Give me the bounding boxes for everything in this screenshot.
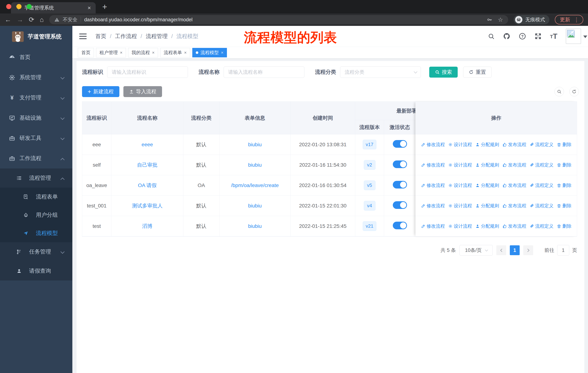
fullscreen-icon[interactable] [535, 33, 542, 40]
sidebar-item-2[interactable]: ¥支付管理 [0, 88, 72, 108]
cell-name-link[interactable]: OA 请假 [111, 175, 183, 196]
back-icon[interactable]: ← [5, 16, 11, 23]
update-button[interactable]: 更新 ⋮ [555, 15, 583, 24]
cell-form-link[interactable]: biubiu [220, 134, 291, 155]
sidebar-item-11[interactable]: 请假查询 [0, 261, 72, 281]
avatar[interactable] [566, 29, 581, 44]
tag-3[interactable]: 流程表单× [160, 48, 190, 57]
sidebar-item-8[interactable]: 用户分组 [0, 206, 72, 224]
cell-form-link[interactable]: /bpm/oa/leave/create [220, 175, 291, 196]
reset-button[interactable]: 重置 [463, 67, 492, 78]
cell-form-link[interactable]: biubiu [248, 223, 262, 229]
new-tab-button[interactable]: + [102, 2, 107, 11]
action-edit-link[interactable]: 修改流程 [421, 141, 445, 148]
forward-icon[interactable]: → [17, 16, 23, 23]
breadcrumb-workflow[interactable]: 工作流程 [115, 33, 137, 40]
action-definition-clip-link[interactable]: 流程定义 [530, 223, 554, 229]
action-delete-trash-link[interactable]: 删除 [557, 182, 572, 188]
create-process-button[interactable]: + 新建流程 [82, 86, 119, 97]
active-toggle-on[interactable] [393, 181, 407, 189]
action-publish-thumb-link[interactable]: 发布流程 [503, 162, 526, 168]
action-design-gear-link[interactable]: 设计流程 [448, 162, 472, 168]
action-assign-user-link[interactable]: 分配规则 [475, 182, 499, 188]
action-assign-user-link[interactable]: 分配规则 [475, 141, 499, 148]
header-search-icon[interactable] [488, 33, 495, 40]
action-definition-clip-link[interactable]: 流程定义 [530, 182, 554, 188]
cell-form-link[interactable]: biubiu [220, 155, 291, 175]
window-minimize-button[interactable] [16, 4, 21, 9]
action-edit-link[interactable]: 修改流程 [421, 162, 445, 168]
import-process-button[interactable]: 导入流程 [123, 86, 162, 97]
action-delete-trash-link[interactable]: 删除 [557, 141, 572, 148]
action-design-gear-link[interactable]: 设计流程 [448, 203, 472, 209]
hamburger-icon[interactable] [79, 33, 87, 39]
cell-form-link[interactable]: biubiu [220, 216, 291, 236]
sidebar-item-1[interactable]: 系统管理 [0, 67, 72, 88]
action-assign-user-link[interactable]: 分配规则 [475, 223, 499, 229]
cell-name-link[interactable]: eeee [111, 134, 183, 155]
category-select[interactable]: 流程分类 [340, 67, 421, 78]
active-toggle-on[interactable] [393, 201, 407, 209]
cell-form-link[interactable]: /bpm/oa/leave/create [231, 182, 279, 188]
prev-page-button[interactable] [496, 245, 506, 255]
tag-close-icon[interactable]: × [152, 50, 155, 55]
action-assign-user-link[interactable]: 分配规则 [475, 203, 499, 209]
window-close-button[interactable] [6, 4, 11, 9]
cell-name-link[interactable]: OA 请假 [138, 182, 157, 188]
cell-name-link[interactable]: 测试多审批人 [132, 203, 163, 209]
sidebar-item-10[interactable]: 任务管理 [0, 242, 72, 261]
action-edit-link[interactable]: 修改流程 [421, 223, 445, 229]
active-toggle-on[interactable] [393, 161, 407, 168]
window-controls[interactable] [6, 4, 32, 9]
action-design-gear-link[interactable]: 设计流程 [448, 182, 472, 188]
action-publish-thumb-link[interactable]: 发布流程 [503, 203, 526, 209]
sidebar-item-6[interactable]: 流程管理 [0, 169, 72, 188]
cell-name-link[interactable]: 滔博 [142, 223, 152, 229]
action-publish-thumb-link[interactable]: 发布流程 [503, 223, 526, 229]
action-delete-trash-link[interactable]: 删除 [557, 203, 572, 209]
process-id-input[interactable] [107, 67, 188, 78]
bookmark-star-icon[interactable]: ☆ [498, 16, 503, 23]
goto-page-input[interactable] [557, 245, 569, 255]
action-definition-clip-link[interactable]: 流程定义 [530, 141, 554, 148]
browser-menu-icon[interactable]: ⋮ [574, 17, 579, 23]
version-badge[interactable]: v5 [364, 181, 376, 190]
cell-name-link[interactable]: 滔博 [111, 216, 183, 236]
action-publish-thumb-link[interactable]: 发布流程 [503, 182, 526, 188]
cell-form-link[interactable]: biubiu [248, 142, 262, 147]
cell-name-link[interactable]: 测试多审批人 [111, 196, 183, 216]
tag-4[interactable]: 流程模型× [192, 48, 227, 57]
breadcrumb-home[interactable]: 首页 [95, 33, 106, 40]
version-badge[interactable]: v17 [363, 140, 377, 149]
action-publish-thumb-link[interactable]: 发布流程 [503, 141, 526, 148]
url-text[interactable]: dashboard.yudao.iocoder.cn/bpm/manager/m… [84, 17, 192, 23]
tab-close-icon[interactable]: × [87, 5, 91, 11]
sidebar-logo-row[interactable]: 芋道管理系统 [0, 26, 72, 47]
cell-form-link[interactable]: biubiu [248, 162, 262, 168]
action-design-gear-link[interactable]: 设计流程 [448, 223, 472, 229]
sidebar-item-3[interactable]: 基础设施 [0, 108, 72, 128]
tag-2[interactable]: 我的流程× [128, 48, 158, 57]
sidebar-item-7[interactable]: 流程表单 [0, 188, 72, 206]
help-icon[interactable]: ? [519, 33, 526, 40]
cell-name-link[interactable]: 自己审批 [111, 155, 183, 175]
action-delete-trash-link[interactable]: 删除 [557, 162, 572, 168]
version-badge[interactable]: v2 [364, 160, 376, 170]
sidebar-item-4[interactable]: 研发工具 [0, 128, 72, 148]
security-label[interactable]: 不安全 [63, 16, 77, 23]
cell-form-link[interactable]: biubiu [248, 203, 262, 209]
cell-name-link[interactable]: eeee [142, 142, 153, 147]
tag-close-icon[interactable]: × [184, 50, 187, 55]
action-edit-link[interactable]: 修改流程 [421, 182, 445, 188]
url-bar[interactable]: 不安全 dashboard.yudao.iocoder.cn/bpm/manag… [49, 15, 508, 24]
action-assign-user-link[interactable]: 分配规则 [475, 162, 499, 168]
avatar-caret-icon[interactable] [583, 36, 587, 38]
key-icon[interactable] [487, 17, 492, 22]
window-maximize-button[interactable] [27, 4, 32, 9]
page-size-select[interactable]: 10条/页 [460, 245, 493, 255]
action-design-gear-link[interactable]: 设计流程 [448, 141, 472, 148]
next-page-button[interactable] [523, 245, 533, 255]
sidebar-item-9-active[interactable]: 流程模型 [0, 224, 72, 242]
sidebar-item-0[interactable]: 首页 [0, 47, 72, 67]
active-toggle-on[interactable] [393, 222, 407, 229]
